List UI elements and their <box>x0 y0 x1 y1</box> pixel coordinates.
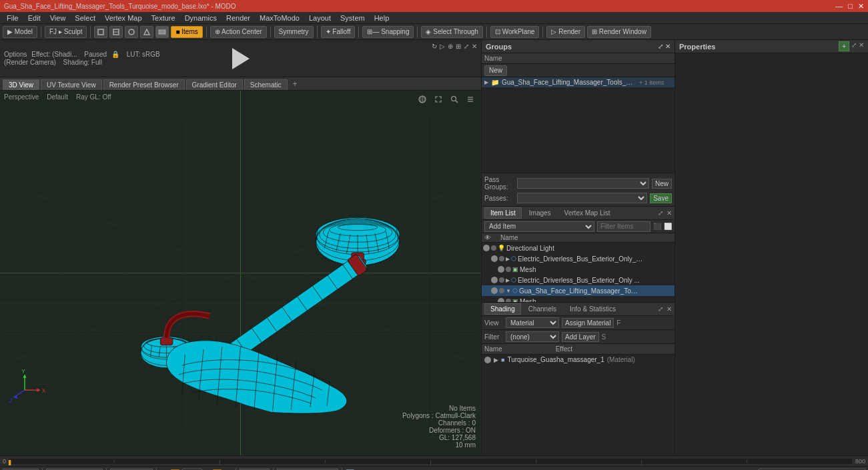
menu-help[interactable]: Help <box>370 14 394 22</box>
groups-pin-icon[interactable]: ✕ <box>665 43 671 50</box>
item-list-panel-expand[interactable]: ⤢ <box>658 209 663 217</box>
add-layer-button[interactable]: Add Layer <box>562 332 599 342</box>
render-button[interactable]: ▷ Render <box>546 26 585 38</box>
item-list-panel: Item List Images Vertex Map List ⤢ ✕ Add… <box>482 207 675 302</box>
menu-view[interactable]: View <box>46 14 70 22</box>
timeline-end-marker: 800 <box>855 458 865 465</box>
add-view-tab-button[interactable]: + <box>289 78 302 90</box>
render-icon-zoom[interactable]: ⊕ <box>448 43 453 50</box>
model-mode-button[interactable]: ▶ Model <box>3 26 37 38</box>
tab-channels[interactable]: Channels <box>522 303 562 315</box>
menu-dynamics[interactable]: Dynamics <box>181 14 221 22</box>
shading-expand-icon[interactable]: ⤢ <box>658 305 663 313</box>
viewport-icon-rotate[interactable] <box>416 93 429 105</box>
minimize-button[interactable]: — <box>835 2 843 11</box>
pass-groups-select[interactable] <box>517 178 649 189</box>
timeline-track[interactable] <box>9 459 853 464</box>
groups-new-button[interactable]: New <box>484 65 507 76</box>
falloff-button[interactable]: ✦ Falloff <box>321 26 356 38</box>
item-collapse-arrow[interactable]: ▶ <box>506 277 510 283</box>
menu-select[interactable]: Select <box>71 14 99 22</box>
icon-btn-4[interactable] <box>140 26 153 38</box>
tab-vertex-map-list[interactable]: Vertex Map List <box>558 207 616 219</box>
item-list-panel-pin[interactable]: ✕ <box>667 209 672 217</box>
shading-full-label: Shading: Full <box>63 59 102 66</box>
menu-layout[interactable]: Layout <box>305 14 335 22</box>
menu-texture[interactable]: Texture <box>147 14 179 22</box>
tab-uv-texture[interactable]: UV Texture View <box>41 79 102 90</box>
assign-material-button[interactable]: Assign Material <box>562 318 614 328</box>
stat-polygons: Polygons : Catmull-Clark <box>402 412 476 419</box>
sculpt-mode-button[interactable]: FJ ▸ Sculpt <box>45 26 87 38</box>
stat-channels: Channels : 0 <box>402 419 476 427</box>
menu-system[interactable]: System <box>336 14 369 22</box>
icon-btn-5[interactable] <box>155 26 169 38</box>
toolbar-separator-6 <box>358 26 359 38</box>
add-item-select[interactable]: Add Item <box>484 221 594 232</box>
menu-edit[interactable]: Edit <box>24 14 45 22</box>
props-expand-icon[interactable]: ⤢ <box>851 41 857 51</box>
item-row-directional-light-1[interactable]: 💡 Directional Light <box>482 243 675 253</box>
symmetry-button[interactable]: Symmetry <box>274 26 314 38</box>
select-through-button[interactable]: ◈ Select Through <box>421 26 482 38</box>
viewport-icon-zoom[interactable] <box>448 93 461 105</box>
render-icon-pin[interactable]: ✕ <box>472 43 477 50</box>
groups-item-collapse-arrow: ▶ <box>484 79 488 85</box>
menu-render[interactable]: Render <box>222 14 254 22</box>
tab-gradient-editor[interactable]: Gradient Editor <box>186 79 243 90</box>
passes-select[interactable] <box>517 193 647 203</box>
item-icon-group: ⬡ <box>512 287 518 294</box>
item-row-mesh-1[interactable]: ▣ Mesh <box>482 264 675 275</box>
tab-schematic[interactable]: Schematic <box>244 79 288 90</box>
svg-point-9 <box>452 97 456 101</box>
item-list-icon-1[interactable]: ⬛ <box>653 223 661 230</box>
icon-btn-3[interactable] <box>125 26 138 38</box>
item-list-icon-2[interactable]: ⬜ <box>664 223 672 230</box>
render-icon-rotate[interactable]: ↻ <box>432 43 437 50</box>
icon-btn-1[interactable] <box>94 26 107 38</box>
menu-maxtomodo[interactable]: MaxToModo <box>256 14 304 22</box>
svg-rect-5 <box>159 30 165 34</box>
shading-filter-select[interactable]: (none) <box>506 331 559 342</box>
render-icon-settings[interactable]: ⊞ <box>456 43 461 50</box>
viewport-3d[interactable]: Perspective Default Ray GL: Off <box>0 91 481 455</box>
item-row-electric-only[interactable]: ▶ ⬡ Electric_Driverless_Bus_Exterior_Onl… <box>482 275 675 285</box>
item-row-electric-bus[interactable]: ▶ ⬡ Electric_Driverless_Bus_Exterior_Onl… <box>482 253 675 264</box>
shading-view-select[interactable]: Material <box>506 317 559 328</box>
filter-items-input[interactable] <box>597 221 650 232</box>
tab-shading[interactable]: Shading <box>484 303 521 315</box>
viewport-icon-fit[interactable] <box>432 93 445 105</box>
icon-btn-2[interactable] <box>109 26 123 38</box>
menu-file[interactable]: File <box>3 14 23 22</box>
shading-row-turquoise[interactable]: ▶ ■ Turquoise_Guasha_massager_1 (Materia… <box>482 355 675 365</box>
maximize-button[interactable]: □ <box>848 2 853 11</box>
render-icon-play[interactable]: ▷ <box>440 43 445 50</box>
tab-3d-view[interactable]: 3D View <box>3 79 39 90</box>
tab-info-statistics[interactable]: Info & Statistics <box>564 303 622 315</box>
props-pin-icon[interactable]: ✕ <box>859 41 864 51</box>
properties-add-button[interactable]: + <box>839 41 849 51</box>
action-center-button[interactable]: ⊕ Action Center <box>210 26 267 38</box>
tab-render-preset[interactable]: Render Preset Browser <box>103 79 185 90</box>
tab-item-list[interactable]: Item List <box>484 207 522 219</box>
item-row-gua-sha[interactable]: ▼ ⬡ Gua_Sha_Face_Lifting_Massager_Tools_… <box>482 285 675 296</box>
groups-item[interactable]: ▶ 📁 Gua_Sha_Face_Lifting_Massager_Tools_… <box>482 77 675 87</box>
shading-col-name: Name <box>484 345 502 353</box>
play-button[interactable] <box>224 45 258 72</box>
items-button[interactable]: ■ Items <box>171 26 202 38</box>
render-window-button[interactable]: ⊞ Render Window <box>587 26 651 38</box>
viewport-icon-menu[interactable] <box>464 93 477 105</box>
menu-vertexmap[interactable]: Vertex Map <box>101 14 146 22</box>
shading-pin-icon[interactable]: ✕ <box>667 305 672 313</box>
workplane-button[interactable]: ⊡ WorkPlane <box>490 26 540 38</box>
render-icon-expand[interactable]: ⤢ <box>464 43 469 50</box>
item-collapse-arrow[interactable]: ▶ <box>506 256 510 262</box>
close-button[interactable]: ✕ <box>858 2 864 11</box>
snapping-button[interactable]: ⊞— Snapping <box>362 26 414 38</box>
pass-groups-new-btn[interactable]: New <box>652 179 672 189</box>
item-collapse-arrow[interactable]: ▼ <box>506 288 511 294</box>
groups-expand-icon[interactable]: ⤢ <box>658 43 663 50</box>
tab-images[interactable]: Images <box>523 207 557 219</box>
item-row-mesh-2[interactable]: ▣ Mesh <box>482 296 675 302</box>
passes-save-btn[interactable]: Save <box>650 193 672 203</box>
